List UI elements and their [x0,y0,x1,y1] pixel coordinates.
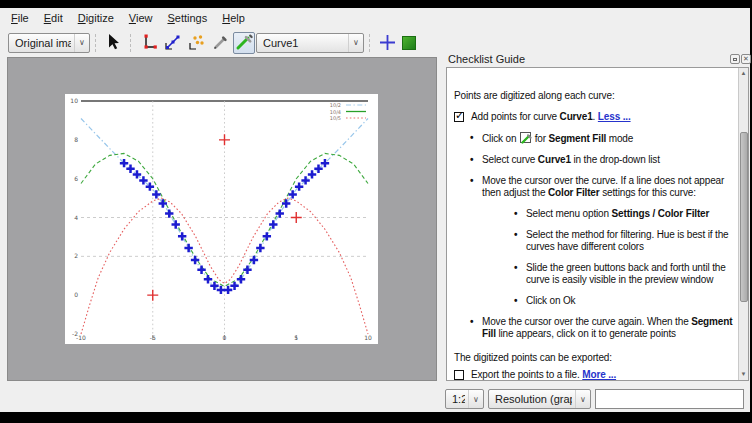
axis-point-marker [147,290,158,301]
checklist-item: ✓Add points for curve Curve1. Less ... [454,111,733,123]
checklist-item: •Select curve Curve1 in the drop-down li… [454,154,733,166]
float-panel-button[interactable] [730,54,740,64]
plot: 1086420-2-10-5051010/210/410/5 [65,94,378,344]
digitized-point-marker [288,190,296,198]
screen: FileEditDigitizeViewSettingsHelp Origina… [0,0,752,423]
resolution-select[interactable]: Resolution (graph): ∨ [488,389,591,409]
graph-image[interactable]: 1086420-2-10-5051010/210/410/5 [65,94,378,344]
graph-canvas[interactable]: 1086420-2-10-5051010/210/410/5 [7,57,437,381]
color-picker-tool-button[interactable] [209,32,231,54]
digitized-point-marker [308,170,316,178]
scroll-thumb[interactable] [740,132,748,302]
axis-point-marker [291,212,302,223]
digitized-point-marker [126,165,134,173]
x-tick-label: 0 [223,334,227,341]
checklist-text: Add points for curve [471,111,560,122]
digitized-point-marker [191,256,199,264]
y-tick-label: 8 [74,136,78,143]
more-link[interactable]: More ... [582,369,616,380]
checklist-text: Select menu option [526,208,612,219]
segment-fill-icon [235,33,253,53]
bullet: • [470,154,473,166]
bullet: • [470,132,473,144]
curve-select[interactable]: Curve1 ∨ [256,33,364,53]
toolbar-separator [369,34,370,52]
checklist-text: Select the method for filtering. Hue is … [526,229,728,252]
checklist-text: in the drop-down list [571,154,660,165]
zoom-select-value: 1:2 [452,393,465,405]
chevron-down-icon: ∨ [468,390,483,408]
curve-points-icon [163,33,181,53]
scroll-up-button[interactable]: ▲ [739,68,748,79]
checklist-item: •Move the cursor over the curve. If a li… [454,175,733,199]
checklist-content: Points are digitized along each curve:✓A… [447,68,739,381]
menu-help[interactable]: Help [216,10,251,26]
digitized-point-marker [204,275,212,283]
chevron-down-icon: ∨ [348,34,363,52]
checklist-text: The digitized points can be exported: [454,352,612,363]
checklist-text: Curve1 [560,111,593,122]
y-tick-label: 2 [74,252,78,259]
menu-file[interactable]: File [5,10,35,26]
select-tool-button[interactable] [102,32,124,54]
curve-color-swatch [402,36,416,50]
bullet: • [514,208,517,220]
checklist-panel: Points are digitized along each curve:✓A… [446,67,749,381]
checklist-text: for [532,133,548,144]
checklist-text: Points are digitized along each curve: [454,90,615,101]
background-select-value: Original image [15,37,71,49]
digitized-point-marker [197,266,205,274]
checklist-text: settings for this curve: [600,187,696,198]
toolbar-separator [130,34,131,52]
point-match-tool-button[interactable] [185,32,207,54]
axis-point-marker [219,134,230,145]
point-match-icon [187,33,205,53]
checklist-item: •Move the cursor over the curve again. W… [454,316,733,340]
crosshair-icon [377,33,397,53]
checkbox-unchecked[interactable] [454,370,464,380]
checklist-text: line appears, click on it to generate po… [496,328,676,339]
checklist-text: Click on Ok [526,295,575,306]
checklist-item: Export the points to a file. More ... [454,369,733,381]
legend-label: 10/5 [330,115,341,121]
digitized-point-marker [237,275,245,283]
scroll-down-button[interactable]: ▼ [739,369,748,380]
digitized-point-marker [250,256,258,264]
legend-label: 10/4 [330,109,341,115]
x-tick-label: -10 [76,334,86,341]
close-panel-button[interactable]: ✕ [741,54,751,64]
checkbox-checked[interactable]: ✓ [454,112,464,122]
legend-label: 10/2 [330,102,341,108]
curve-point-tool-button[interactable] [161,32,183,54]
less-link[interactable]: Less ... [598,111,631,122]
x-tick-label: 5 [294,334,298,341]
checklist-text: Export the points to a file. [471,369,582,380]
menu-settings[interactable]: Settings [161,10,213,26]
menu-digitize[interactable]: Digitize [72,10,120,26]
scrollbar[interactable]: ▲ ▼ [738,68,748,380]
segment-fill-tool-button[interactable] [233,32,255,54]
segment-fill-icon [520,132,531,143]
app-window: FileEditDigitizeViewSettingsHelp Origina… [0,8,750,412]
color-picker-icon [211,33,229,53]
checklist-item: •Select menu option Settings / Color Fil… [454,208,733,220]
resolution-select-value: Resolution (graph): [495,393,572,405]
checklist-item: •Slide the green buttons back and forth … [454,262,733,286]
digitized-point-marker [243,266,251,274]
checklist-text: Segment Fill [548,133,606,144]
menu-edit[interactable]: Edit [38,10,69,26]
bullet: • [514,262,517,274]
chevron-down-icon: ∨ [575,390,590,408]
toolbar-separator [95,34,96,52]
y-tick-label: 4 [74,214,78,221]
bullet: • [514,295,517,307]
menu-view[interactable]: View [123,10,159,26]
status-text-input[interactable] [595,389,744,409]
zoom-select[interactable]: 1:2 ∨ [445,389,484,409]
background-select[interactable]: Original image ∨ [8,33,90,53]
check-mark-icon: ✓ [455,109,464,121]
axis-point-tool-button[interactable] [137,32,159,54]
digitized-point-marker [282,199,290,207]
bullet: • [514,229,517,241]
checklist-text: Curve1 [538,154,571,165]
